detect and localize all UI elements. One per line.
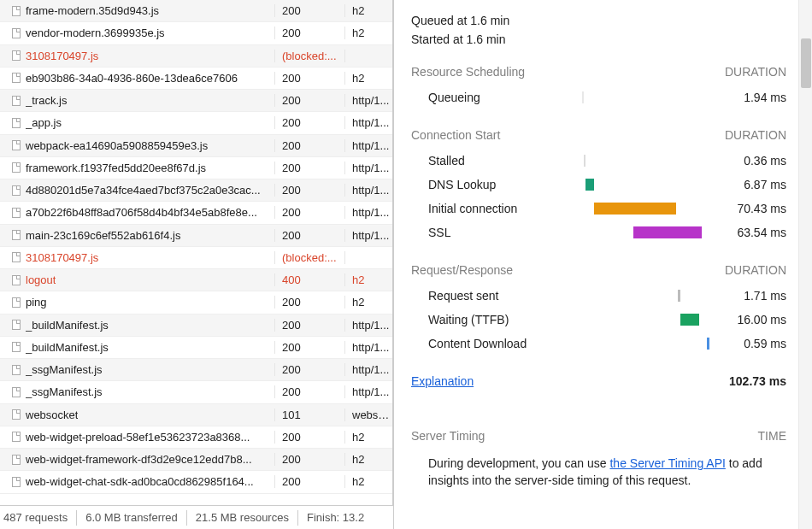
timing-label: Queueing [411, 91, 582, 104]
table-row[interactable]: _ssgManifest.js200http/1... [0, 381, 392, 403]
server-timing-text: During development, you can use the Serv… [411, 455, 786, 490]
table-row[interactable]: _track.js200http/1... [0, 90, 392, 112]
request-name: _ssgManifest.js [26, 363, 103, 376]
table-row[interactable]: websocket101webso... [0, 404, 392, 426]
table-row[interactable]: webpack-ea14690a5908859459e3.js200http/1… [0, 135, 392, 157]
timing-label: Waiting (TTFB) [411, 313, 582, 326]
request-status: 200 [275, 26, 345, 39]
timing-value: 1.71 ms [710, 289, 786, 303]
server-timing-title: Server Timing [411, 429, 485, 443]
table-row[interactable]: a70b22f6b48ff8ad706f58d4b4bf34e5ab8fe8e.… [0, 202, 392, 224]
request-status: 200 [275, 72, 345, 85]
request-name: ping [26, 296, 47, 309]
status-bar: 487 requests 6.0 MB transferred 21.5 MB … [0, 505, 393, 529]
request-status: 200 [275, 4, 345, 17]
request-protocol: h2 [345, 475, 392, 488]
section-reqresp: Request/Response DURATION Request sent1.… [411, 263, 786, 356]
table-row[interactable]: web-widget-preload-58ef1e53623723a8368..… [0, 426, 392, 449]
timing-bar-track [582, 338, 710, 350]
table-row[interactable]: main-23c169c6ef552ab616f4.js200http/1... [0, 225, 392, 247]
request-protocol: h2 [345, 273, 392, 286]
request-protocol: h2 [345, 26, 392, 39]
timing-value: 1.94 ms [710, 91, 786, 104]
file-icon [12, 118, 21, 128]
timing-bar-track [582, 155, 710, 167]
network-panel: frame-modern.35d9d943.js200h2vendor-mode… [0, 0, 393, 529]
timing-value: 0.36 ms [710, 154, 786, 168]
table-row[interactable]: web-widget-chat-sdk-ad0bca0cd862985f164.… [0, 471, 392, 493]
request-name: websocket [26, 409, 78, 421]
timing-bar [582, 91, 584, 103]
request-protocol: http/1... [345, 341, 392, 354]
request-protocol: h2 [345, 72, 392, 85]
timing-bar [633, 226, 702, 238]
table-row[interactable]: 4d880201d5e7a34fce4aed7bcf375c2a0e3cac..… [0, 179, 392, 202]
request-status: 200 [275, 116, 345, 129]
file-icon [12, 297, 21, 308]
table-row[interactable]: eb903b86-34a0-4936-860e-13dea6ce7606200h… [0, 68, 392, 90]
table-row[interactable]: logout400h2 [0, 269, 392, 291]
request-protocol: http/1... [345, 206, 392, 219]
request-protocol: h2 [345, 431, 392, 444]
table-row[interactable]: _ssgManifest.js200http/1... [0, 359, 392, 381]
scrollbar[interactable] [798, 0, 812, 529]
request-status: 200 [275, 184, 345, 197]
file-icon [12, 6, 21, 16]
timing-bar [707, 338, 709, 350]
timing-label: DNS Lookup [411, 178, 582, 191]
section-scheduling: Resource Scheduling DURATION Queueing1.9… [411, 65, 786, 109]
request-protocol: http/1... [345, 319, 392, 332]
table-row[interactable]: web-widget-framework-df3d2e9ce12edd7b8..… [0, 449, 392, 471]
table-row[interactable]: vendor-modern.3699935e.js200h2 [0, 22, 392, 44]
request-name: _track.js [26, 94, 67, 107]
table-row[interactable]: frame-modern.35d9d943.js200h2 [0, 0, 392, 22]
timing-value: 0.59 ms [710, 337, 786, 350]
timing-bar-track [582, 290, 710, 302]
request-status: 200 [275, 296, 345, 309]
timing-row: Content Download0.59 ms [411, 332, 786, 356]
request-name: frame-modern.35d9d943.js [26, 4, 159, 17]
request-name: _buildManifest.js [26, 341, 109, 354]
request-name: a70b22f6b48ff8ad706f58d4b4bf34e5ab8fe8e.… [26, 206, 257, 219]
table-row[interactable]: 3108170497.js(blocked:... [0, 247, 392, 269]
total-row: Explanation 102.73 ms [411, 374, 786, 388]
request-status: 200 [275, 206, 345, 219]
request-status: 200 [275, 363, 345, 376]
timing-row: Stalled0.36 ms [411, 149, 786, 173]
file-icon [12, 409, 21, 420]
timing-bar-track [582, 314, 710, 326]
table-row[interactable]: ping200h2 [0, 291, 392, 314]
request-status: 200 [275, 162, 345, 174]
table-row[interactable]: framework.f1937fed5dd20ee8f67d.js200http… [0, 157, 392, 179]
request-status: 200 [275, 385, 345, 398]
timing-label: Request sent [411, 289, 582, 303]
table-row[interactable]: _app.js200http/1... [0, 112, 392, 134]
request-protocol: http/1... [345, 385, 392, 398]
request-name: _ssgManifest.js [26, 385, 103, 398]
request-status: 400 [275, 273, 345, 286]
request-name: main-23c169c6ef552ab616f4.js [26, 229, 180, 242]
request-protocol: http/1... [345, 162, 392, 174]
section-connection: Connection Start DURATION Stalled0.36 ms… [411, 128, 786, 244]
request-status: 200 [275, 229, 345, 242]
explanation-link[interactable]: Explanation [411, 374, 474, 388]
table-row[interactable]: 3108170497.js(blocked:... [0, 45, 392, 68]
network-table[interactable]: frame-modern.35d9d943.js200h2vendor-mode… [0, 0, 393, 505]
server-timing-pre: During development, you can use [428, 456, 609, 470]
table-row[interactable]: _buildManifest.js200http/1... [0, 337, 392, 359]
timing-bar-track [582, 179, 710, 191]
table-row[interactable]: _buildManifest.js200http/1... [0, 314, 392, 337]
request-name: 3108170497.js [26, 50, 98, 62]
server-timing-api-link[interactable]: the Server Timing API [609, 456, 725, 470]
request-protocol: http/1... [345, 116, 392, 129]
timing-bar-track [582, 91, 710, 103]
status-transferred: 6.0 MB transferred [77, 510, 187, 526]
request-status: 200 [275, 453, 345, 466]
scrollbar-thumb[interactable] [801, 38, 811, 88]
timing-bar-track [582, 226, 710, 238]
file-icon [12, 320, 21, 330]
file-icon [12, 432, 21, 442]
request-name: vendor-modern.3699935e.js [26, 26, 165, 39]
file-icon [12, 208, 21, 218]
section-duration-reqresp: DURATION [725, 263, 786, 277]
